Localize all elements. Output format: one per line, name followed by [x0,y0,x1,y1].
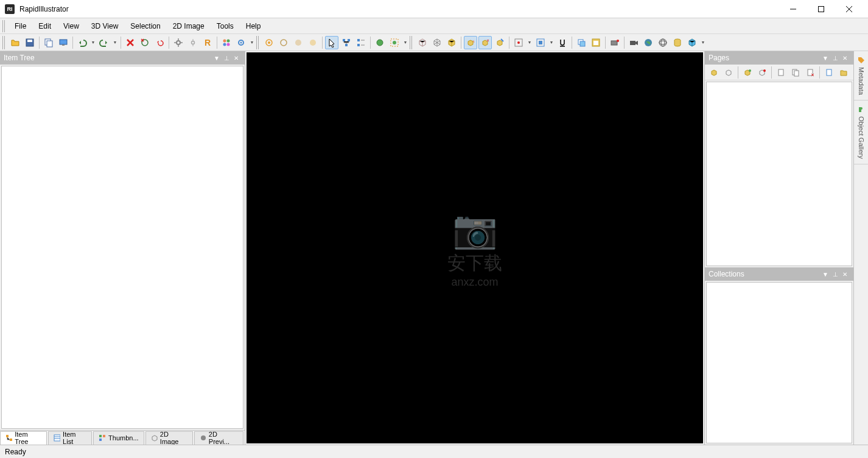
status-text: Ready [5,448,26,456]
globe-select-button[interactable] [388,36,401,49]
delete-refresh-button[interactable] [138,36,152,49]
cube1-button[interactable] [416,36,429,49]
collections-body[interactable] [706,282,852,443]
toolbar-dropdown-1[interactable]: ▼ [249,36,255,49]
tab-2d-preview[interactable]: 2D Previ... [194,431,243,445]
pages-pin-button[interactable]: ⊥ [830,53,840,63]
menu-handle[interactable] [2,20,6,32]
copy-button[interactable] [42,36,55,49]
pages-doc2-button[interactable] [789,66,802,79]
center-dropdown[interactable]: ▼ [527,36,533,49]
side-tabs: Metadata Object Gallery [853,51,868,445]
toolbar-handle-3[interactable] [410,36,413,49]
menu-3dview[interactable]: 3D View [85,19,124,33]
gear1-button[interactable] [172,36,185,49]
r-button[interactable]: R [201,36,214,49]
maximize-button[interactable] [807,0,835,18]
tab-item-list[interactable]: Item List [48,431,92,445]
viewport-3d[interactable]: 📷 安下载 anxz.com [247,52,703,443]
menu-2dimage[interactable]: 2D Image [167,19,211,33]
pages-doc-button[interactable] [774,66,788,79]
circle3-button[interactable] [292,36,305,49]
collections-close-button[interactable]: ✕ [840,269,850,279]
sidetab-object-gallery[interactable]: Object Gallery [854,100,868,164]
pages-doc-add-button[interactable] [822,66,836,79]
list-button[interactable] [354,36,368,49]
svg-rect-8 [60,40,67,44]
undo-button[interactable] [75,36,89,49]
toolbar-handle-1[interactable] [2,36,6,49]
svg-rect-70 [779,69,783,76]
panel-menu-button[interactable]: ▼ [212,53,222,63]
svg-rect-34 [357,39,360,41]
tab-2d-image[interactable]: 2D Image [145,431,193,445]
star-cube-button[interactable] [464,36,477,49]
fit-button[interactable] [534,36,547,49]
cube2-button[interactable] [430,36,444,49]
svg-rect-65 [103,435,105,437]
globe2-button[interactable] [656,36,670,49]
redo-button[interactable] [97,36,111,49]
sidetab-metadata[interactable]: Metadata [854,51,868,100]
panel-close-button[interactable]: ✕ [231,53,241,63]
world-button[interactable] [373,36,387,49]
window-button[interactable] [589,36,603,49]
undo-x-button[interactable] [153,36,166,49]
cluster-button[interactable] [220,36,233,49]
pages-cube4-button[interactable] [755,66,769,79]
svg-text:R: R [205,38,211,48]
menu-file[interactable]: File [9,19,32,33]
box-button[interactable] [445,36,458,49]
toolbar-dropdown-2[interactable]: ▼ [402,36,408,49]
gear2-button[interactable] [186,36,200,49]
cylinder-button[interactable] [671,36,684,49]
pages-cube-button[interactable] [707,66,721,79]
orbit-button[interactable] [262,36,276,49]
pages-doc-del-button[interactable] [803,66,817,79]
cube3d-button[interactable] [685,36,699,49]
underline-button[interactable] [556,36,569,49]
earth-button[interactable] [642,36,655,49]
settings-button[interactable] [234,36,248,49]
menu-selection[interactable]: Selection [124,19,166,33]
pages-cube3-button[interactable] [741,66,754,79]
close-button[interactable] [835,0,863,18]
menu-help[interactable]: Help [240,19,267,33]
collections-pin-button[interactable]: ⊥ [830,269,840,279]
pages-header: Pages ▼ ⊥ ✕ [705,51,853,65]
circle4-button[interactable] [306,36,320,49]
anim-button[interactable] [608,36,621,49]
minimize-button[interactable] [779,0,807,18]
center-button[interactable] [512,36,525,49]
undo-dropdown[interactable]: ▼ [90,36,96,49]
brush-cube-button[interactable] [493,36,506,49]
pages-close-button[interactable]: ✕ [840,53,850,63]
circle2-button[interactable] [277,36,290,49]
menu-edit[interactable]: Edit [32,19,57,33]
pages-folder-button[interactable] [837,66,850,79]
hierarchy-button[interactable] [340,36,353,49]
svg-point-22 [223,43,226,46]
fit-dropdown[interactable]: ▼ [548,36,555,49]
pages-body[interactable] [706,82,852,266]
menu-view[interactable]: View [57,19,85,33]
open-button[interactable] [9,36,22,49]
redo-dropdown[interactable]: ▼ [112,36,118,49]
toolbar-handle-2[interactable] [256,36,260,49]
save-button[interactable] [23,36,37,49]
toolbar-dropdown-3[interactable]: ▼ [700,36,706,49]
delete-button[interactable] [124,36,137,49]
item-tree-body[interactable] [1,66,243,429]
pointer-button[interactable] [325,36,338,49]
menu-tools[interactable]: Tools [211,19,240,33]
collections-menu-button[interactable]: ▼ [821,269,830,279]
monitor-button[interactable] [57,36,70,49]
tab-item-tree[interactable]: Item Tree [0,431,47,445]
move-cube-button[interactable] [478,36,492,49]
panel-pin-button[interactable]: ⊥ [222,53,231,63]
pages-cube2-button[interactable] [722,66,735,79]
pages-menu-button[interactable]: ▼ [821,53,830,63]
video-button[interactable] [627,36,640,49]
layer-button[interactable] [575,36,588,49]
tab-thumbnails[interactable]: Thumbn... [93,431,144,445]
